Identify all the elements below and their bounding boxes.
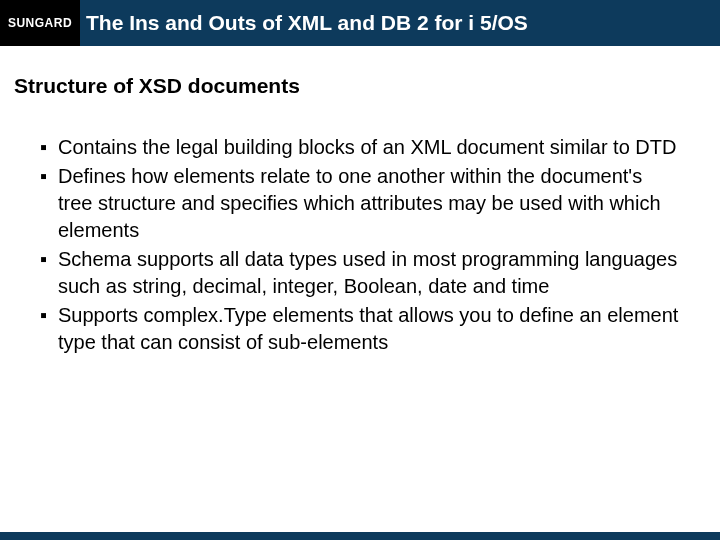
list-item-text: Schema supports all data types used in m… <box>58 246 680 300</box>
list-item-text: Contains the legal building blocks of an… <box>58 134 676 161</box>
bullet-icon: ▪ <box>40 246 52 273</box>
list-item-text: Supports complex.Type elements that allo… <box>58 302 680 356</box>
list-item: ▪ Supports complex.Type elements that al… <box>40 302 680 356</box>
bullet-icon: ▪ <box>40 163 52 190</box>
title-bar: SUNGARD The Ins and Outs of XML and DB 2… <box>0 0 720 46</box>
list-item: ▪ Schema supports all data types used in… <box>40 246 680 300</box>
bullet-list: ▪ Contains the legal building blocks of … <box>40 134 680 356</box>
list-item: ▪ Defines how elements relate to one ano… <box>40 163 680 244</box>
brand-logo: SUNGARD <box>0 0 80 46</box>
bullet-icon: ▪ <box>40 302 52 329</box>
footer-accent-bar <box>0 532 720 540</box>
section-heading: Structure of XSD documents <box>14 74 720 98</box>
bullet-icon: ▪ <box>40 134 52 161</box>
list-item: ▪ Contains the legal building blocks of … <box>40 134 680 161</box>
list-item-text: Defines how elements relate to one anoth… <box>58 163 680 244</box>
brand-logo-text: SUNGARD <box>8 16 72 30</box>
slide: SUNGARD The Ins and Outs of XML and DB 2… <box>0 0 720 540</box>
page-title: The Ins and Outs of XML and DB 2 for i 5… <box>86 11 528 35</box>
